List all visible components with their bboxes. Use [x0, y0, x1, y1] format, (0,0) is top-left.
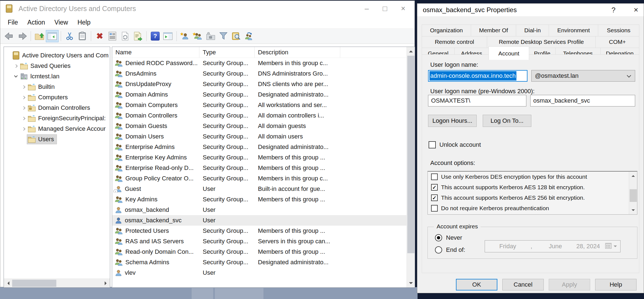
new-window-icon[interactable]	[162, 30, 174, 42]
refresh-icon[interactable]	[119, 30, 131, 42]
scroll-up-button[interactable]	[629, 172, 637, 180]
refresh-users-icon[interactable]	[242, 30, 255, 42]
list-row-enterprise-key-admins[interactable]: Enterprise Key AdminsSecurity Group...Me…	[112, 152, 407, 163]
tree-item-computers[interactable]: Computers	[4, 92, 110, 103]
tab-account[interactable]: Account	[489, 46, 529, 60]
user-logon-name-input[interactable]: admin-console.osmax.inno.tech	[428, 70, 527, 82]
chevron-collapsed-icon[interactable]	[12, 65, 19, 67]
pre2000-name-input[interactable]: osmax_backend_svc	[530, 95, 635, 106]
list-row-domain-admins[interactable]: Domain AdminsSecurity Group...Designated…	[112, 89, 407, 100]
menu-view[interactable]: View	[50, 19, 73, 26]
list-row-key-admins[interactable]: Key AdminsSecurity Group...Members of th…	[112, 194, 407, 205]
list-row-domain-guests[interactable]: Domain GuestsSecurity Group...All domain…	[112, 121, 407, 131]
account-option-use-only-kerberos-des-encryption[interactable]: Use only Kerberos DES encryption types f…	[428, 172, 637, 182]
scroll-down-button[interactable]	[629, 206, 637, 214]
upn-suffix-dropdown[interactable]: @osmaxtest.lan	[531, 70, 635, 82]
tree-item-builtin[interactable]: Builtin	[4, 82, 110, 92]
pre2000-domain-input[interactable]: OSMAXTEST\	[428, 95, 526, 106]
help-button[interactable]: Help	[595, 279, 637, 290]
new-ou-icon[interactable]	[204, 30, 217, 42]
list-row-group-policy-creator-o[interactable]: Group Policy Creator O...Security Group.…	[112, 173, 407, 184]
tab-com[interactable]: COM+	[595, 36, 639, 48]
tab-sessions[interactable]: Sessions	[598, 25, 639, 36]
account-option-this-account-supports-kerberos-aes[interactable]: ✓This account supports Kerberos AES 128 …	[428, 182, 637, 193]
tab-environment[interactable]: Environment	[549, 25, 598, 36]
properties-icon[interactable]	[106, 30, 119, 42]
list-row-vlev[interactable]: vlevUser	[112, 268, 407, 278]
tab-remote-control[interactable]: Remote control	[422, 36, 487, 48]
list-row-protected-users[interactable]: Protected UsersSecurity Group...Members …	[112, 226, 407, 236]
list-row-domain-controllers[interactable]: Domain ControllersSecurity Group...All d…	[112, 110, 407, 121]
menu-help[interactable]: Help	[73, 19, 95, 26]
cut-icon[interactable]	[63, 30, 76, 42]
list-row-guest[interactable]: ↓GuestUserBuilt-in account for gue...	[112, 184, 407, 194]
log-on-to-button[interactable]: Log On To...	[483, 115, 531, 127]
scroll-left-button[interactable]	[4, 279, 12, 287]
tree-item-users[interactable]: Users	[4, 134, 110, 145]
paste-icon[interactable]	[76, 30, 89, 42]
tree-item-lcmtest-lan[interactable]: lcmtest.lan	[4, 71, 110, 82]
chevron-expanded-icon[interactable]	[12, 76, 19, 77]
chevron-collapsed-icon[interactable]	[20, 107, 27, 109]
minimize-button[interactable]: –	[358, 1, 376, 16]
expires-end-of[interactable]: End of:	[435, 246, 465, 253]
maximize-button[interactable]: □	[376, 1, 394, 16]
tab-member-of[interactable]: Member Of	[471, 25, 516, 36]
find-icon[interactable]	[230, 30, 242, 42]
chevron-collapsed-icon[interactable]	[20, 96, 27, 99]
delete-icon[interactable]: ✖	[93, 30, 106, 42]
expires-never[interactable]: Never	[435, 234, 462, 241]
list-row-osmax-backend-svc[interactable]: osmax_backend_svcUser	[112, 215, 407, 226]
list-row-denied-rodc-password[interactable]: Denied RODC Password...Security Group...…	[112, 58, 407, 68]
list-row-domain-users[interactable]: Domain UsersSecurity Group...All domain …	[112, 131, 407, 142]
list-row-domain-computers[interactable]: Domain ComputersSecurity Group...All wor…	[112, 100, 407, 110]
options-scrollbar[interactable]	[629, 172, 637, 214]
show-console-tree-icon[interactable]	[46, 30, 59, 42]
tree-item-active-directory-users-and-com[interactable]: Active Directory Users and Com	[4, 50, 110, 61]
menu-file[interactable]: File	[3, 19, 23, 26]
ok-button[interactable]: OK	[456, 279, 497, 290]
tab-dial-in[interactable]: Dial-in	[516, 25, 549, 36]
cancel-button[interactable]: Cancel	[502, 279, 544, 290]
list-row-read-only-domain-con[interactable]: Read-only Domain Con...Security Group...…	[112, 247, 407, 257]
tab-organization[interactable]: Organization	[422, 25, 471, 36]
list-row-schema-admins[interactable]: Schema AdminsSecurity Group...Designated…	[112, 257, 407, 268]
new-group-icon[interactable]: ★	[192, 30, 204, 42]
column-header-name[interactable]: Name	[112, 47, 199, 58]
list-row-enterprise-read-only-d[interactable]: Enterprise Read-only D...Security Group.…	[112, 163, 407, 173]
up-one-level-icon[interactable]	[33, 30, 46, 42]
chevron-collapsed-icon[interactable]	[20, 128, 27, 130]
filter-icon[interactable]	[217, 30, 230, 42]
list-row-osmax-backend[interactable]: osmax_backendUser	[112, 205, 407, 215]
list-vertical-scrollbar[interactable]	[407, 47, 415, 287]
list-row-dnsupdateproxy[interactable]: DnsUpdateProxySecurity Group...DNS clien…	[112, 79, 407, 89]
tree-item-foreignsecurityprincipal[interactable]: ForeignSecurityPrincipal:	[4, 113, 110, 124]
new-user-icon[interactable]: ★	[179, 30, 192, 42]
tree-item-domain-controllers[interactable]: Domain Controllers	[4, 103, 110, 113]
chevron-collapsed-icon[interactable]	[20, 117, 27, 120]
tree-item-saved-queries[interactable]: Saved Queries	[4, 61, 110, 71]
list-row-ras-and-ias-servers[interactable]: RAS and IAS ServersSecurity Group...Serv…	[112, 236, 407, 247]
scroll-down-button[interactable]	[407, 279, 415, 287]
scrollbar-thumb[interactable]	[12, 280, 56, 287]
expiry-date-picker[interactable]: Friday,June28, 2024	[485, 240, 621, 252]
scroll-up-button[interactable]	[407, 47, 415, 55]
forward-icon[interactable]	[16, 30, 28, 42]
dialog-help-button[interactable]: ?	[611, 6, 615, 14]
taskbar-item[interactable]	[215, 288, 263, 299]
column-header-description[interactable]: Description	[255, 47, 340, 58]
taskbar-item[interactable]	[192, 288, 213, 299]
export-list-icon[interactable]	[131, 30, 144, 42]
close-button[interactable]: ×	[394, 1, 412, 16]
scroll-right-button[interactable]	[102, 279, 110, 287]
account-option-this-account-supports-kerberos-aes[interactable]: ✓This account supports Kerberos AES 256 …	[428, 193, 637, 203]
scrollbar-thumb[interactable]	[407, 56, 415, 253]
tree-item-managed-service-accour[interactable]: Managed Service Accour	[4, 124, 110, 134]
list-row-enterprise-admins[interactable]: Enterprise AdminsSecurity Group...Design…	[112, 142, 407, 152]
logon-hours-button[interactable]: Logon Hours...	[428, 115, 477, 127]
unlock-account-checkbox[interactable]: Unlock account	[429, 141, 481, 148]
list-row-dnsadmins[interactable]: DnsAdminsSecurity Group...DNS Administra…	[112, 68, 407, 79]
scrollbar-thumb[interactable]	[630, 189, 637, 202]
account-option-do-not-require-kerberos-preauthentication[interactable]: Do not require Kerberos preauthenticatio…	[428, 203, 637, 213]
help-icon[interactable]: ?	[149, 30, 162, 42]
